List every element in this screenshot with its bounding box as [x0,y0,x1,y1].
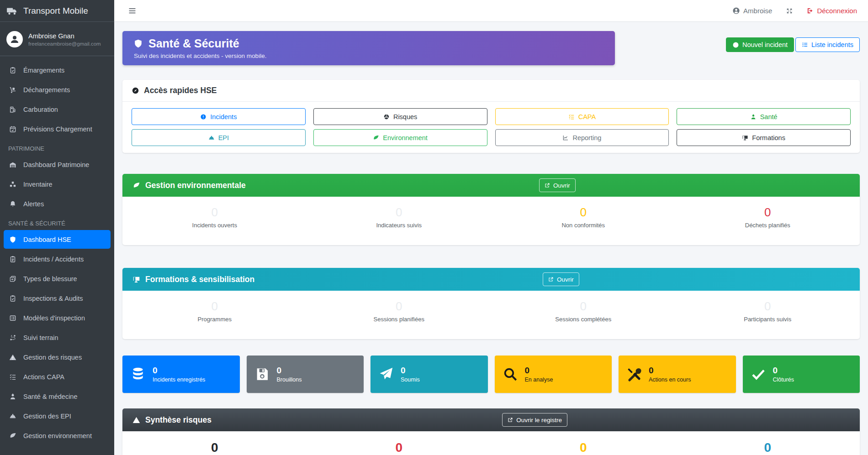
stat-value: 0 [122,204,307,220]
sidebar-item-gestion-des-epi[interactable]: Gestion des EPI [4,407,111,425]
sidebar-item-actions-capa[interactable]: Actions CAPA [4,367,111,386]
sign-out-icon [807,7,814,14]
quick-button-sante[interactable]: Santé [677,108,851,125]
quick-button-reporting[interactable]: Reporting [495,129,669,146]
sidebar-item-label: Inventaire [23,181,53,188]
user-icon [9,34,20,45]
sidebar-item-dechargements[interactable]: Déchargements [4,80,111,99]
app-title: Transport Mobile [23,6,88,16]
open-button-label: Ouvrir le registre [516,417,562,424]
quick-button-epi[interactable]: EPI [132,129,306,146]
quick-button-environnement[interactable]: Environnement [313,129,487,146]
stat-label: Sessions complétées [491,316,676,323]
sidebar-item-inspections-audits[interactable]: Inspections & Audits [4,289,111,308]
stat-label: Sessions planifiées [307,316,492,323]
sidebar-item-label: Santé & médecine [23,393,78,400]
status-card-value: 0 [277,366,302,376]
sidebar-item-dashboard-hse[interactable]: Dashboard HSE [4,230,111,249]
sidebar-item-previsions-chargement[interactable]: Prévisions Chargement [4,120,111,138]
stat-programmes: 0 Programmes [122,298,307,323]
quick-button-capa[interactable]: CAPA [495,108,669,125]
page-subtitle: Suivi des incidents et accidents - versi… [134,52,604,59]
stat-non-conformites: 0 Non conformités [491,204,676,229]
shield-icon [133,39,143,48]
shield-icon [8,236,17,243]
bell-icon [8,200,17,208]
chalkboard-icon [742,135,748,141]
training-card-title: Formations & sensibilisation [145,275,254,284]
sidebar-item-modeles-inspection[interactable]: Modèles d'inspection [4,309,111,327]
sidebar-item-label: Gestion environnement [23,432,92,439]
open-training-button[interactable]: Ouvrir [543,272,579,286]
stat-value: 0 [491,204,676,220]
status-card-label: Incidents enregistrés [153,377,205,383]
topbar-user[interactable]: Ambroise [732,7,772,15]
route-icon [8,334,17,341]
open-button-label: Ouvrir [557,276,574,283]
sidebar-item-types-de-blessure[interactable]: Types de blessure [4,269,111,288]
fullscreen-icon[interactable] [786,7,793,15]
sidebar-item-alertes[interactable]: Alertes [4,194,111,213]
stat-label: Programmes [122,316,307,323]
sidebar-item-dashboard-patrimoine[interactable]: Dashboard Patrimoine [4,155,111,174]
status-card-value: 0 [773,366,794,376]
radiation-icon [383,114,390,120]
external-link-icon [548,277,554,282]
sidebar-item-carburation[interactable]: Carburation [4,100,111,119]
stat-sessions-completees: 0 Sessions complétées [491,298,676,323]
quick-button-label: EPI [218,134,229,141]
new-incident-button[interactable]: Nouvel incident [726,37,794,52]
main-content: Santé & Sécurité Suivi des incidents et … [114,22,868,455]
sidebar-item-sante-medecine[interactable]: Santé & médecine [4,387,111,406]
app-brand[interactable]: Transport Mobile [0,0,114,22]
environment-card-title: Gestion environnementale [145,181,246,190]
sidebar-item-gestion-environnement[interactable]: Gestion environnement [4,426,111,445]
status-card-label: En analyse [525,377,553,383]
stat-value: 0 [676,298,860,314]
open-risk-register-button[interactable]: Ouvrir le registre [502,413,567,427]
status-card-actions-en-cours: 0 Actions en cours [619,356,736,393]
sidebar-item-label: Prévisions Chargement [23,126,92,133]
stat-value: 0 [491,298,676,314]
sidebar-item-label: Dashboard Patrimoine [23,161,89,168]
stat-value: 0 [676,204,860,220]
warning-triangle-icon [8,354,17,361]
stat-label: Incidents ouverts [122,222,307,229]
quick-button-formations[interactable]: Formations [677,129,851,146]
status-card-brouillons: 0 Brouillons [247,356,364,393]
list-ul-icon [802,42,808,48]
list-incidents-button[interactable]: Liste incidents [795,37,860,52]
status-cards-row: 0 Incidents enregistrés 0 Brouillons 0 S… [122,356,860,393]
sidebar-item-gestion-des-risques[interactable]: Gestion des risques [4,348,111,366]
chalkboard-icon [132,276,140,283]
sidebar-item-label: Gestion des EPI [23,413,71,420]
compass-icon [132,87,139,94]
status-card-label: Brouillons [277,377,302,383]
quick-button-incidents[interactable]: Incidents [132,108,306,125]
leaf-icon [8,432,17,439]
sidebar-item-incidents-accidents[interactable]: Incidents / Accidents [4,250,111,268]
sidebar-item-label: Gestion des risques [23,354,82,361]
sidebar-item-label: Incidents / Accidents [23,256,84,263]
stat-sessions-planifiees: 0 Sessions planifiées [307,298,492,323]
user-md-icon [8,393,17,400]
menu-toggle-icon[interactable] [128,6,137,15]
stat-incidents-ouverts: 0 Incidents ouverts [122,204,307,229]
sidebar-item-emargements[interactable]: Émargements [4,61,111,79]
plus-circle-icon [732,42,739,48]
open-environment-button[interactable]: Ouvrir [539,178,576,192]
status-card-en-analyse: 0 En analyse [495,356,612,393]
stat-participants-suivis: 0 Participants suivis [676,298,860,323]
leaf-icon [132,182,140,189]
risk-stat-value: 0 [676,440,860,455]
sidebar-item-suivi-terrain[interactable]: Suivi terrain [4,328,111,347]
sidebar-item-label: Carburation [23,106,58,113]
logout-button[interactable]: Déconnexion [807,7,857,15]
quick-button-risques[interactable]: Risques [313,108,487,125]
quick-button-label: Santé [760,113,778,120]
sidebar-item-label: Suivi terrain [23,334,58,341]
sidebar-item-inventaire[interactable]: Inventaire [4,175,111,194]
status-card-label: Actions en cours [649,377,691,383]
clipboard-check-icon [8,67,17,74]
stat-label: Indicateurs suivis [307,222,492,229]
